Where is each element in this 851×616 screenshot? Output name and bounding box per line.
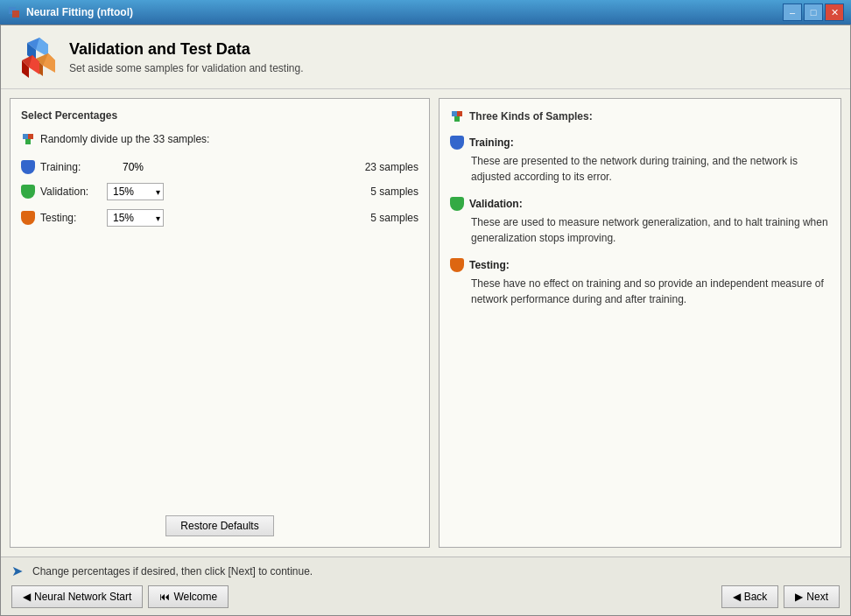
welcome-icon: ⏮ — [159, 591, 170, 603]
footer: ➤ Change percentages if desired, then cl… — [1, 556, 850, 615]
validation-exp-shield-icon — [450, 197, 464, 211]
svg-rect-13 — [25, 139, 31, 144]
testing-dropdown[interactable]: 5% 10% 15% 20% 25% — [107, 209, 164, 227]
testing-exp-text: These have no effect on training and so … — [450, 276, 830, 307]
svg-rect-14 — [452, 111, 457, 116]
testing-explanation: Testing: These have no effect on trainin… — [450, 258, 830, 307]
training-percent: 70% — [107, 161, 159, 173]
svg-rect-15 — [457, 111, 462, 116]
svg-rect-1 — [12, 10, 19, 18]
svg-rect-12 — [28, 134, 33, 139]
training-exp-title: Training: — [450, 136, 830, 150]
header-text: Validation and Test Data Set aside some … — [69, 40, 303, 74]
neural-start-icon: ◀ — [23, 591, 31, 603]
svg-rect-11 — [23, 134, 28, 139]
right-panel: Three Kinds of Samples: Training: These … — [439, 98, 841, 548]
testing-exp-title: Testing: — [450, 258, 830, 272]
app-icon — [7, 5, 21, 19]
testing-row: Testing: 5% 10% 15% 20% 25% 5 samples — [21, 209, 418, 227]
validation-exp-text: These are used to measure network genera… — [450, 214, 830, 246]
validation-select[interactable]: 5% 10% 15% 20% 25% — [107, 183, 164, 200]
left-panel: Select Percentages Randomly divide up th… — [10, 98, 430, 548]
back-button[interactable]: ◀ Back — [721, 585, 779, 608]
footer-buttons: ◀ Neural Network Start ⏮ Welcome ◀ Back … — [11, 585, 840, 608]
title-bar: Neural Fitting (nftool) – □ ✕ — [0, 0, 851, 24]
neural-network-start-button[interactable]: ◀ Neural Network Start — [11, 585, 143, 608]
testing-count: 5 samples — [348, 212, 418, 224]
restore-defaults-button[interactable]: Restore Defaults — [165, 515, 273, 536]
validation-row: Validation: 5% 10% 15% 20% 25% 5 samples — [21, 183, 418, 200]
main-window: Validation and Test Data Set aside some … — [0, 24, 851, 616]
validation-dropdown[interactable]: 5% 10% 15% 20% 25% — [107, 183, 164, 200]
next-icon: ▶ — [795, 591, 803, 603]
footer-hint: ➤ Change percentages if desired, then cl… — [11, 564, 840, 578]
window-title: Neural Fitting (nftool) — [26, 6, 783, 18]
validation-exp-title: Validation: — [450, 197, 830, 211]
testing-label: Testing: — [21, 211, 100, 225]
next-button[interactable]: ▶ Next — [784, 585, 840, 608]
page-subtitle: Set aside some samples for validation an… — [69, 62, 303, 74]
testing-select[interactable]: 5% 10% 15% 20% 25% — [107, 209, 164, 227]
training-exp-text: These are presented to the network durin… — [450, 153, 830, 185]
page-title: Validation and Test Data — [69, 40, 303, 59]
training-exp-shield-icon — [450, 136, 464, 150]
close-button[interactable]: ✕ — [825, 4, 844, 21]
randomly-divide-text: Randomly divide up the 33 samples: — [21, 132, 418, 146]
content-area: Select Percentages Randomly divide up th… — [1, 89, 850, 556]
back-icon: ◀ — [733, 591, 741, 603]
training-shield-icon — [21, 160, 35, 174]
training-count: 23 samples — [348, 161, 418, 173]
explanation-title: Three Kinds of Samples: — [450, 109, 830, 123]
testing-shield-icon — [21, 211, 35, 225]
training-explanation: Training: These are presented to the net… — [450, 136, 830, 185]
maximize-button[interactable]: □ — [804, 4, 823, 21]
validation-label: Validation: — [21, 185, 100, 199]
validation-shield-icon — [21, 185, 35, 199]
minimize-button[interactable]: – — [783, 4, 802, 21]
validation-count: 5 samples — [348, 186, 418, 198]
training-label: Training: — [21, 160, 100, 174]
testing-exp-shield-icon — [450, 258, 464, 272]
svg-rect-16 — [454, 116, 460, 122]
restore-btn-container: Restore Defaults — [21, 498, 418, 536]
left-panel-title: Select Percentages — [21, 109, 418, 122]
arrow-icon: ➤ — [11, 564, 25, 578]
training-row: Training: 70% 23 samples — [21, 160, 418, 174]
header-icon — [15, 36, 57, 78]
welcome-button[interactable]: ⏮ Welcome — [148, 585, 229, 608]
validation-explanation: Validation: These are used to measure ne… — [450, 197, 830, 246]
header: Validation and Test Data Set aside some … — [1, 25, 850, 89]
window-controls: – □ ✕ — [783, 4, 844, 21]
